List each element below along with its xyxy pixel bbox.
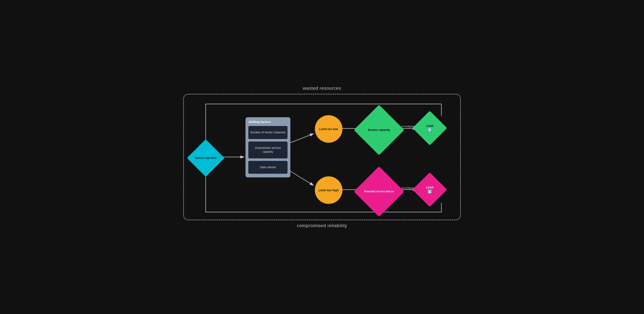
factor2-item: Downstream service capacity [248,141,288,158]
wasted-resources-label: wasted resources [303,86,341,91]
reconfigure-bottom-label: reconfigure [401,186,414,189]
limit-up-text: Limit [426,124,434,127]
factor3-item: Data volume [248,161,288,174]
compromised-reliability-label: compromised reliability [297,223,347,228]
factor1-item: Number of Vector instances [248,126,288,139]
excess-capacity-text: Excess capacity [368,128,390,132]
limit-too-low-circle: Limit too low [315,115,342,143]
limit-down-text: Limit [426,186,434,189]
limit-too-low-text: Limit too low [319,127,338,131]
excess-capacity-diamond: Excess capacity [361,112,397,148]
limit-too-high-circle: Limit too high [315,176,342,204]
diagram-wrapper: wasted resources compromised reliability [179,86,465,228]
potential-service-failure-diamond: Potential service failure [361,174,397,209]
limit-too-high-text: Limit too high [318,188,339,192]
current-rate-limit-text: Current rate limit [195,156,216,160]
shifting-factors-title: Shifting factors [248,120,288,124]
current-rate-limit-diamond: Current rate limit [192,145,219,171]
shifting-factors-box: Shifting factors Number of Vector instan… [246,117,290,177]
limit-up-diamond: Limit ⬆️ [418,116,442,140]
reconfigure-top-label: reconfigure [401,125,414,128]
potential-service-failure-text: Potential service failure [364,190,394,193]
limit-down-diamond: Limit ⬇️ [418,177,442,202]
